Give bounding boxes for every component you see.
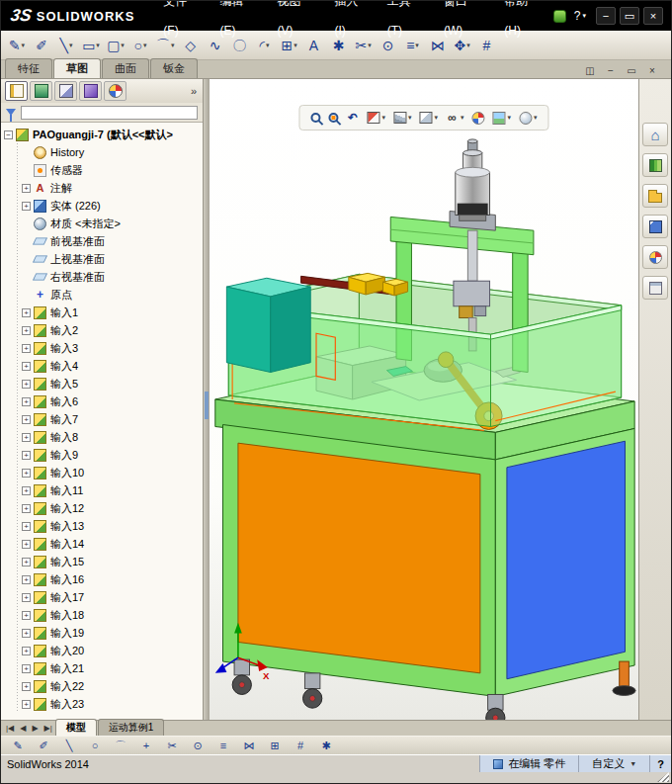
expander-icon[interactable] <box>22 237 31 246</box>
bottom-pattern-button[interactable]: ⊞ <box>263 738 287 754</box>
tree-item[interactable]: + 实体 (226) <box>22 197 203 215</box>
tree-item[interactable]: History <box>22 143 203 161</box>
tree-root-item[interactable]: − PAOguangji-7 (默认<<默认> <box>4 126 203 143</box>
expander-icon[interactable]: + <box>22 451 31 460</box>
restore-button[interactable]: ▭ <box>620 7 639 25</box>
expander-icon[interactable]: + <box>22 380 31 389</box>
spline-tool-button[interactable]: ∿ <box>204 34 227 57</box>
prev-tab-button[interactable]: ◀ <box>17 721 29 736</box>
tree-item[interactable]: + 输入22 <box>22 677 203 695</box>
expander-icon[interactable]: + <box>22 647 31 655</box>
tree-item[interactable]: + 原点 <box>22 286 203 304</box>
move-entities-button[interactable]: ✥ ▾ <box>451 34 474 57</box>
bottom-circle-button[interactable]: ○ <box>83 738 107 754</box>
view-settings-button[interactable]: ▾ <box>517 110 540 127</box>
view-previous-button[interactable]: ↶ <box>344 109 361 127</box>
sketch-tool-button[interactable]: ✎ ▾ <box>5 34 29 57</box>
close-button[interactable]: × <box>643 7 663 25</box>
expander-icon[interactable]: + <box>22 575 31 584</box>
hide-show-items-button[interactable]: ∞ ▾ <box>444 109 466 127</box>
tree-item[interactable]: + 输入23 <box>22 695 203 713</box>
expander-icon[interactable]: + <box>22 558 31 566</box>
close-doc-button[interactable]: × <box>645 65 659 76</box>
displaymanager-tab[interactable] <box>104 81 126 101</box>
bottom-trim-button[interactable]: ✂ <box>160 738 184 754</box>
expander-icon[interactable]: + <box>22 486 31 495</box>
tree-item[interactable]: + 输入8 <box>22 428 203 446</box>
tree-item[interactable]: + 输入7 <box>22 410 203 428</box>
expander-icon[interactable] <box>22 255 31 264</box>
expander-icon[interactable]: + <box>22 362 31 371</box>
expander-icon[interactable] <box>22 166 31 175</box>
expander-icon[interactable]: + <box>22 611 31 620</box>
tree-item[interactable]: + 输入5 <box>22 375 203 392</box>
featuremanager-tab[interactable] <box>5 81 28 101</box>
tree-item[interactable]: + A 注解 <box>22 179 203 197</box>
minimize-doc-button[interactable]: − <box>604 65 618 76</box>
section-view-button[interactable]: ▾ <box>365 110 387 126</box>
tree-item[interactable]: + 输入12 <box>22 499 203 517</box>
tree-item[interactable]: + 输入1 <box>22 304 203 321</box>
solidworks-resource-icon[interactable] <box>553 10 566 23</box>
last-tab-button[interactable]: ▶| <box>42 721 55 736</box>
resize-grip[interactable] <box>657 772 669 782</box>
restore-doc-button[interactable]: ▭ <box>625 65 638 76</box>
display-style-button[interactable]: ▾ <box>417 110 440 126</box>
tree-item[interactable]: + 输入2 <box>22 321 203 339</box>
text-tool-button[interactable]: A <box>302 34 326 57</box>
tree-item[interactable]: + 输入21 <box>22 659 203 677</box>
arc-tool-button[interactable]: ⌒ ▾ <box>153 34 178 57</box>
zoom-area-button[interactable] <box>326 111 340 125</box>
machine-model[interactable]: X <box>210 79 638 720</box>
tree-item[interactable]: + 输入19 <box>22 624 203 642</box>
tree-item[interactable]: + 输入10 <box>22 464 203 481</box>
slot-tool-button[interactable]: ▢ ▾ <box>104 34 127 57</box>
expander-icon[interactable]: + <box>22 326 31 335</box>
expander-icon[interactable]: + <box>22 682 31 691</box>
polygon-tool-button[interactable]: ◇ <box>179 34 203 57</box>
tree-item[interactable]: + 输入17 <box>22 588 203 606</box>
bottom-arc-button[interactable]: ⌒ <box>109 738 132 754</box>
propertymanager-tab[interactable] <box>30 81 52 101</box>
expander-icon[interactable]: − <box>4 131 13 139</box>
tab-sheet-metal[interactable]: 钣金 <box>150 58 198 78</box>
next-tab-button[interactable]: ▶ <box>29 721 41 736</box>
design-library-button[interactable] <box>642 153 668 177</box>
tree-item[interactable]: 前视基准面 <box>22 232 203 250</box>
bottom-line-button[interactable]: ╲ <box>57 738 81 754</box>
expander-icon[interactable]: + <box>22 469 31 478</box>
tab-model[interactable]: 模型 <box>55 719 97 736</box>
grid-snap-button[interactable]: # <box>475 34 499 57</box>
panel-overflow-button[interactable]: » <box>191 85 199 97</box>
bottom-dimension-button[interactable]: ✐ <box>32 738 55 754</box>
tree-item[interactable]: + 输入15 <box>22 553 203 570</box>
expander-icon[interactable]: + <box>22 415 31 424</box>
minimize-button[interactable]: − <box>596 7 616 25</box>
expander-icon[interactable]: + <box>22 504 31 513</box>
linear-pattern-tool-button[interactable]: ⊞ ▾ <box>278 34 301 57</box>
custom-properties-button[interactable] <box>642 276 668 300</box>
bottom-sketch-button[interactable]: ✎ <box>6 738 30 754</box>
tree-item[interactable]: + 输入18 <box>22 606 203 624</box>
graphics-area[interactable]: ↶ ▾ ▾ ▾ ∞ ▾ ▾ ▾ <box>210 79 638 720</box>
rectangle-tool-button[interactable]: ▭ ▾ <box>79 34 103 57</box>
tree-item[interactable]: + 输入9 <box>22 446 203 464</box>
tree-item[interactable]: + 输入16 <box>22 570 203 588</box>
resources-button[interactable]: ⌂ <box>642 123 668 146</box>
expander-icon[interactable]: + <box>22 184 31 193</box>
offset-entities-button[interactable]: ≡ ▾ <box>401 34 425 57</box>
expander-icon[interactable] <box>22 273 31 282</box>
status-help-button[interactable]: ? <box>649 755 671 772</box>
tree-item[interactable]: 传感器 <box>22 161 203 179</box>
tree-item[interactable]: + 输入3 <box>22 339 203 357</box>
expander-icon[interactable]: + <box>22 629 31 638</box>
edit-appearance-button[interactable] <box>470 110 487 127</box>
configurationmanager-tab[interactable] <box>54 81 77 101</box>
tab-sketch[interactable]: 草图 <box>53 58 101 78</box>
tree-item[interactable]: + 输入20 <box>22 642 203 659</box>
tab-features[interactable]: 特征 <box>5 58 52 78</box>
circle-tool-button[interactable]: ○ ▾ <box>128 34 152 57</box>
expander-icon[interactable] <box>22 291 31 300</box>
bottom-offset-button[interactable]: ≡ <box>211 738 235 754</box>
line-tool-button[interactable]: ╲ ▾ <box>54 34 78 57</box>
